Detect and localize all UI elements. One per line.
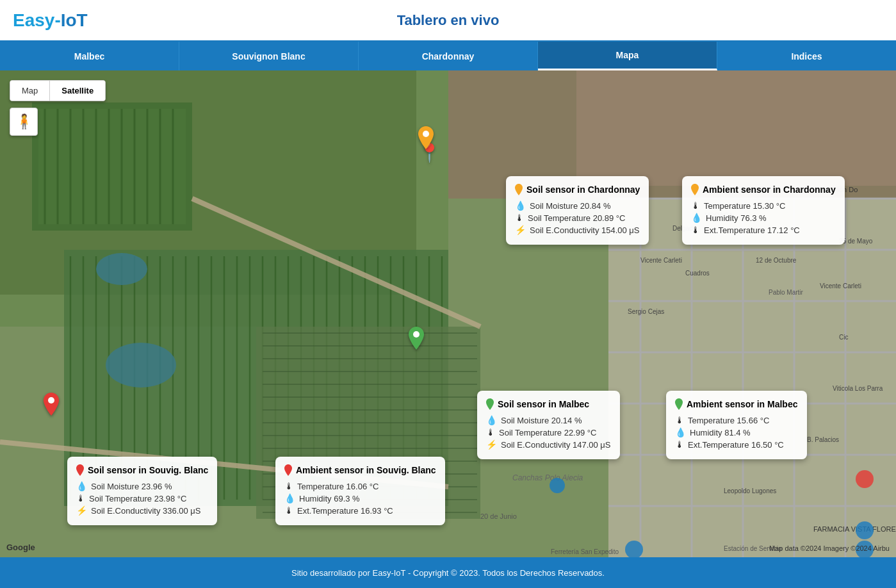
tab-indices[interactable]: Indices bbox=[717, 42, 896, 70]
tab-sauvignon-blanc[interactable]: Souvignon Blanc bbox=[179, 42, 359, 70]
moisture-icon-3: 💧 bbox=[76, 481, 87, 491]
conductivity-icon-1: ⚡ bbox=[515, 225, 526, 235]
moisture-icon-2: 💧 bbox=[486, 415, 497, 425]
soil-malbec-row-1: 💧 Soil Moisture 20.14 % bbox=[486, 415, 611, 425]
ext-temp-icon-3: 🌡 bbox=[284, 505, 293, 516]
svg-text:Cuadros: Cuadros bbox=[685, 270, 710, 277]
moisture-icon-1: 💧 bbox=[515, 200, 526, 211]
temp-icon-5: 🌡 bbox=[76, 493, 85, 503]
map-controls: Map Satellite 🧍 bbox=[10, 80, 106, 136]
tab-malbec[interactable]: Malbec bbox=[0, 42, 179, 70]
map-pin-chardonnay bbox=[418, 126, 434, 154]
soil-chardonnay-row-2: 🌡 Soil Temperature 20.89 °C bbox=[515, 213, 640, 223]
svg-text:Vicente Carleti: Vicente Carleti bbox=[640, 257, 682, 264]
popup-ambient-chardonnay: Ambient sensor in Chardonnay 🌡 Temperatu… bbox=[682, 176, 845, 245]
tab-mapa[interactable]: Mapa bbox=[538, 42, 717, 70]
logo-iot: IoT bbox=[61, 10, 88, 30]
footer-text: Sitio desarrollado por Easy-IoT - Copyri… bbox=[291, 568, 605, 578]
humidity-icon-2: 💧 bbox=[675, 427, 686, 437]
popup-ambient-souvignon: Ambient sensor in Souvig. Blanc 🌡 Temper… bbox=[275, 457, 445, 525]
header: Easy-IoT Tablero en vivo bbox=[0, 0, 896, 42]
temp-icon-1: 🌡 bbox=[515, 213, 524, 223]
popup-ambient-malbec: Ambient sensor in Malbec 🌡 Temperature 1… bbox=[666, 391, 807, 459]
svg-text:Viticola Los Parra: Viticola Los Parra bbox=[833, 385, 883, 392]
temp-icon-6: 🌡 bbox=[284, 481, 293, 491]
soil-souvignon-row-2: 🌡 Soil Temperature 23.98 °C bbox=[76, 493, 208, 503]
svg-text:Pablo Martir: Pablo Martir bbox=[769, 289, 804, 296]
svg-text:FARMACIA VISTA FLORES: FARMACIA VISTA FLORES bbox=[813, 525, 896, 533]
popup-soil-chardonnay-title: Soil sensor in Chardonnay bbox=[515, 184, 640, 195]
svg-text:Canchas Polo Aiecia: Canchas Polo Aiecia bbox=[512, 473, 583, 482]
soil-malbec-row-2: 🌡 Soil Temperature 22.99 °C bbox=[486, 427, 611, 437]
soil-chardonnay-row-3: ⚡ Soil E.Conductivity 154.00 μS bbox=[515, 225, 640, 235]
humidity-icon-3: 💧 bbox=[284, 493, 295, 503]
ambient-chardonnay-row-3: 🌡 Ext.Temperature 17.12 °C bbox=[691, 225, 836, 235]
ambient-chardonnay-row-2: 💧 Humidity 76.3 % bbox=[691, 213, 836, 223]
ext-temp-icon-1: 🌡 bbox=[691, 225, 700, 235]
svg-text:20 de Junio: 20 de Junio bbox=[480, 512, 517, 520]
google-label: Google bbox=[6, 543, 35, 552]
ambient-souvignon-row-1: 🌡 Temperature 16.06 °C bbox=[284, 481, 436, 491]
nav-bar: Malbec Souvignon Blanc Chardonnay Mapa I… bbox=[0, 42, 896, 70]
svg-point-105 bbox=[856, 470, 874, 488]
page-title: Tablero en vivo bbox=[397, 12, 500, 29]
popup-ambient-souvignon-title: Ambient sensor in Souvig. Blanc bbox=[284, 464, 436, 476]
svg-text:Hardware store: Hardware store bbox=[551, 557, 595, 557]
soil-souvignon-row-1: 💧 Soil Moisture 23.96 % bbox=[76, 481, 208, 491]
ambient-chardonnay-row-1: 🌡 Temperature 15.30 °C bbox=[691, 200, 836, 211]
popup-soil-malbec: Soil sensor in Malbec 💧 Soil Moisture 20… bbox=[477, 391, 620, 459]
person-icon-btn[interactable]: 🧍 bbox=[10, 108, 38, 136]
popup-soil-malbec-title: Soil sensor in Malbec bbox=[486, 398, 611, 410]
soil-souvignon-row-3: ⚡ Soil E.Conductivity 336.00 μS bbox=[76, 505, 208, 516]
svg-rect-48 bbox=[576, 70, 896, 186]
ambient-souvignon-row-3: 🌡 Ext.Temperature 16.93 °C bbox=[284, 505, 436, 516]
svg-point-106 bbox=[856, 521, 874, 539]
soil-chardonnay-row-1: 💧 Soil Moisture 20.84 % bbox=[515, 200, 640, 211]
footer: Sitio desarrollado por Easy-IoT - Copyri… bbox=[0, 557, 896, 588]
satellite-btn[interactable]: Satellite bbox=[50, 81, 105, 101]
conductivity-icon-3: ⚡ bbox=[76, 505, 87, 516]
popup-soil-souvignon: Soil sensor in Souvig. Blanc 💧 Soil Mois… bbox=[67, 457, 217, 525]
svg-point-66 bbox=[106, 343, 176, 388]
humidity-icon-1: 💧 bbox=[691, 213, 702, 223]
ambient-malbec-row-3: 🌡 Ext.Temperature 16.50 °C bbox=[675, 439, 798, 450]
ext-temp-icon-2: 🌡 bbox=[675, 439, 684, 450]
svg-text:Ferretería San Expedito: Ferretería San Expedito bbox=[551, 548, 619, 555]
svg-text:Vicente Carleti: Vicente Carleti bbox=[820, 282, 861, 290]
popup-ambient-chardonnay-title: Ambient sensor in Chardonnay bbox=[691, 184, 836, 195]
temp-icon-4: 🌡 bbox=[675, 415, 684, 425]
tab-chardonnay[interactable]: Chardonnay bbox=[359, 42, 538, 70]
popup-soil-chardonnay: Soil sensor in Chardonnay 💧 Soil Moistur… bbox=[506, 176, 649, 245]
ambient-malbec-row-1: 🌡 Temperature 15.66 °C bbox=[675, 415, 798, 425]
svg-point-65 bbox=[96, 253, 147, 285]
svg-point-110 bbox=[48, 397, 54, 404]
conductivity-icon-2: ⚡ bbox=[486, 439, 497, 450]
temp-icon-2: 🌡 bbox=[691, 200, 700, 211]
logo: Easy-IoT bbox=[13, 10, 88, 31]
svg-text:Leopoldo Lugones: Leopoldo Lugones bbox=[724, 487, 776, 494]
svg-rect-67 bbox=[608, 199, 896, 557]
map-pin-souvignon bbox=[44, 393, 59, 418]
svg-text:B. Palacios: B. Palacios bbox=[807, 436, 839, 443]
map-container[interactable]: Canchas Polo Aiecia 20 de Junio Ferreter… bbox=[0, 70, 896, 557]
popup-soil-souvignon-title: Soil sensor in Souvig. Blanc bbox=[76, 464, 208, 476]
ambient-souvignon-row-2: 💧 Humidity 69.3 % bbox=[284, 493, 436, 503]
map-attribution: Map data ©2024 Imagery ©2024 Airbu bbox=[769, 544, 890, 552]
svg-text:Sergio Cejas: Sergio Cejas bbox=[628, 308, 664, 315]
popup-ambient-malbec-title: Ambient sensor in Malbec bbox=[675, 398, 798, 410]
svg-point-108 bbox=[423, 131, 429, 137]
svg-text:12 de Octubre: 12 de Octubre bbox=[756, 257, 797, 264]
map-pin-malbec bbox=[409, 327, 424, 352]
svg-text:Cic: Cic bbox=[839, 334, 848, 341]
map-btn[interactable]: Map bbox=[10, 81, 49, 101]
svg-point-109 bbox=[413, 331, 419, 338]
map-satellite-toggle[interactable]: Map Satellite bbox=[10, 80, 106, 101]
temp-icon-3: 🌡 bbox=[486, 427, 495, 437]
svg-point-103 bbox=[550, 478, 565, 493]
ambient-malbec-row-2: 💧 Humidity 81.4 % bbox=[675, 427, 798, 437]
soil-malbec-row-3: ⚡ Soil E.Conductivity 147.00 μS bbox=[486, 439, 611, 450]
logo-easy: Easy- bbox=[13, 10, 61, 30]
